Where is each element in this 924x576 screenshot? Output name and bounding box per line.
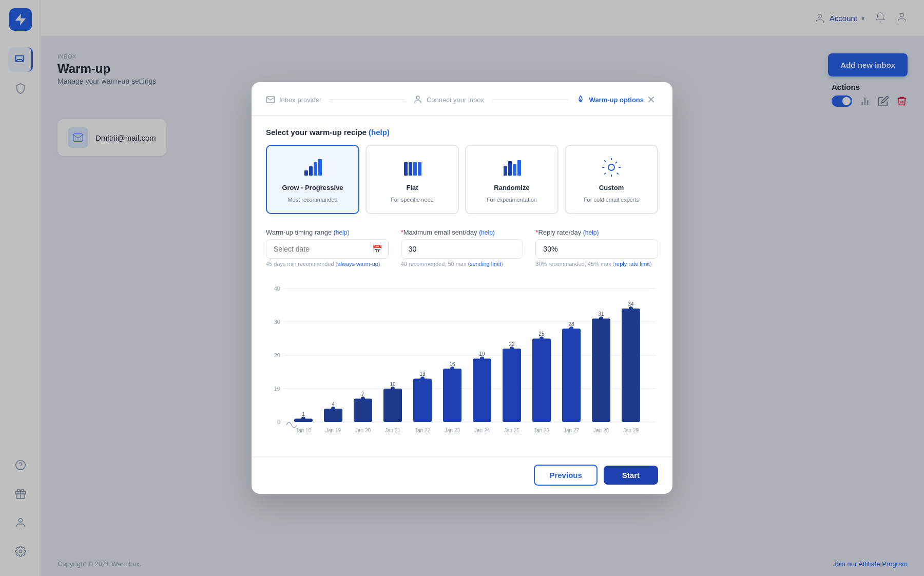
previous-button[interactable]: Previous bbox=[534, 465, 597, 486]
svg-text:Jan 22: Jan 22 bbox=[415, 428, 430, 433]
svg-point-26 bbox=[301, 417, 305, 421]
recipe-card-custom[interactable]: Custom For cold email experts bbox=[565, 145, 658, 214]
modal-overlay: Inbox provider Connect your inbox bbox=[0, 0, 924, 576]
warmup-modal: Inbox provider Connect your inbox bbox=[252, 82, 672, 494]
bar-jan28 bbox=[592, 319, 610, 423]
randomize-icon bbox=[500, 156, 523, 179]
reply-rate-group: *Reply rate/day (help) 30% recommanded, … bbox=[535, 228, 658, 267]
svg-text:30: 30 bbox=[274, 319, 280, 325]
recipe-help-link[interactable]: (help) bbox=[369, 128, 390, 137]
reply-rate-label: *Reply rate/day (help) bbox=[535, 228, 658, 236]
svg-point-38 bbox=[420, 377, 425, 381]
svg-text:Jan 28: Jan 28 bbox=[593, 428, 609, 433]
svg-point-59 bbox=[629, 306, 633, 311]
svg-text:34: 34 bbox=[628, 301, 634, 307]
svg-point-41 bbox=[450, 367, 454, 371]
timing-input-wrapper: 📅 bbox=[266, 239, 389, 259]
step-line-1 bbox=[330, 100, 405, 100]
svg-point-47 bbox=[510, 347, 514, 351]
modal-body: Select your warm-up recipe (help) Grow -… bbox=[252, 116, 672, 456]
step1-label: Inbox provider bbox=[279, 96, 321, 104]
envelope-icon bbox=[266, 95, 275, 104]
step3-label: Warm-up options bbox=[589, 96, 644, 104]
svg-text:1: 1 bbox=[302, 411, 305, 417]
step-line-2 bbox=[492, 100, 568, 100]
max-email-help-link[interactable]: (help) bbox=[479, 229, 495, 236]
recipe-grow-desc: Most recommanded bbox=[287, 197, 337, 203]
svg-rect-11 bbox=[508, 161, 512, 176]
start-button[interactable]: Start bbox=[604, 466, 658, 485]
custom-icon bbox=[600, 156, 623, 179]
svg-text:22: 22 bbox=[509, 341, 515, 347]
timing-group: Warm-up timing range (help) 📅 45 days mi… bbox=[266, 228, 389, 267]
svg-rect-13 bbox=[517, 160, 521, 176]
svg-rect-6 bbox=[404, 162, 408, 176]
modal-step-warmup-options: Warm-up options bbox=[576, 95, 644, 104]
svg-text:Jan 25: Jan 25 bbox=[504, 428, 519, 433]
svg-text:Jan 26: Jan 26 bbox=[534, 428, 549, 433]
modal-step-inbox-provider: Inbox provider bbox=[266, 95, 321, 104]
svg-point-29 bbox=[331, 407, 335, 411]
calendar-icon: 📅 bbox=[372, 244, 382, 254]
svg-rect-7 bbox=[409, 162, 412, 176]
step2-label: Connect your inbox bbox=[427, 96, 484, 104]
bar-jan24 bbox=[473, 359, 491, 423]
svg-text:10: 10 bbox=[274, 386, 280, 392]
svg-rect-5 bbox=[318, 159, 322, 176]
warmup-chart: 40 30 20 10 0 1 Jan 18 bbox=[266, 281, 656, 435]
svg-point-35 bbox=[391, 387, 395, 391]
bar-jan27 bbox=[562, 329, 581, 422]
bar-jan26 bbox=[532, 339, 551, 423]
svg-text:19: 19 bbox=[479, 351, 485, 357]
svg-rect-12 bbox=[513, 164, 516, 176]
modal-close-button[interactable]: ✕ bbox=[644, 92, 658, 107]
grow-progressive-icon bbox=[301, 156, 324, 179]
recipe-card-randomize[interactable]: Randomize For experimentation bbox=[465, 145, 559, 214]
modal-steps: Inbox provider Connect your inbox bbox=[266, 95, 644, 104]
reply-rate-input[interactable] bbox=[535, 239, 658, 259]
svg-text:4: 4 bbox=[332, 401, 335, 407]
recipe-card-grow-progressive[interactable]: Grow - Progressive Most recommanded bbox=[266, 145, 359, 214]
timing-help-link[interactable]: (help) bbox=[334, 229, 350, 236]
svg-text:16: 16 bbox=[449, 361, 455, 367]
bar-jan25 bbox=[503, 349, 521, 422]
bar-jan29 bbox=[622, 309, 640, 422]
svg-text:40: 40 bbox=[274, 285, 280, 292]
svg-text:0: 0 bbox=[277, 419, 280, 425]
max-email-hint: 40 recommended, 50 max (sending limit) bbox=[401, 261, 524, 267]
svg-point-56 bbox=[599, 317, 603, 321]
recipe-flat-name: Flat bbox=[406, 184, 418, 191]
flame-icon bbox=[576, 95, 585, 104]
svg-text:28: 28 bbox=[568, 321, 574, 327]
timing-date-input[interactable] bbox=[266, 239, 389, 259]
sending-limit-link[interactable]: sending limit bbox=[470, 261, 501, 267]
svg-rect-2 bbox=[304, 170, 308, 176]
svg-text:Jan 21: Jan 21 bbox=[385, 428, 400, 433]
reply-rate-hint: 30% recommanded, 45% max (reply rate lim… bbox=[535, 261, 658, 267]
recipe-randomize-name: Randomize bbox=[494, 184, 529, 191]
recipe-section-title: Select your warm-up recipe (help) bbox=[266, 128, 658, 137]
svg-point-50 bbox=[540, 337, 544, 341]
bar-jan21 bbox=[383, 389, 402, 422]
reply-rate-help-link[interactable]: (help) bbox=[583, 229, 599, 236]
svg-text:Jan 23: Jan 23 bbox=[445, 428, 460, 433]
svg-point-32 bbox=[361, 397, 365, 401]
max-email-input[interactable] bbox=[401, 239, 524, 259]
modal-footer: Previous Start bbox=[252, 456, 672, 494]
recipe-card-flat[interactable]: Flat For specific need bbox=[365, 145, 459, 214]
svg-rect-9 bbox=[418, 162, 421, 176]
timing-label: Warm-up timing range (help) bbox=[266, 228, 389, 236]
recipe-custom-desc: For cold email experts bbox=[584, 197, 639, 203]
svg-point-14 bbox=[608, 164, 614, 170]
modal-header: Inbox provider Connect your inbox bbox=[252, 82, 672, 116]
svg-point-53 bbox=[569, 327, 573, 331]
person-icon bbox=[413, 95, 422, 104]
reply-rate-limit-link[interactable]: reply rate limit bbox=[614, 261, 649, 267]
svg-text:Jan 18: Jan 18 bbox=[296, 428, 311, 433]
bar-jan20 bbox=[354, 399, 372, 423]
svg-rect-3 bbox=[309, 166, 313, 176]
svg-text:Jan 24: Jan 24 bbox=[474, 428, 490, 433]
bar-jan22 bbox=[413, 379, 432, 423]
modal-step-connect-inbox: Connect your inbox bbox=[413, 95, 484, 104]
always-warmup-link[interactable]: always warm-up bbox=[337, 261, 378, 267]
